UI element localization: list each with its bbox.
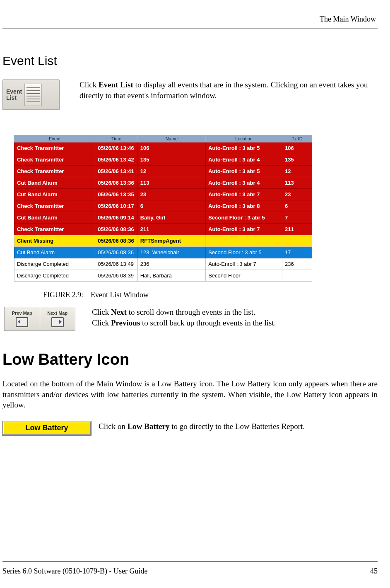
next-map-label: Next Map: [47, 311, 67, 316]
table-cell: Cut Band Alarm: [14, 177, 95, 189]
table-row[interactable]: Check Transmitter05/26/06 10:176Auto-Enr…: [14, 200, 312, 212]
event-list-heading: Event List: [2, 54, 378, 68]
table-cell: 05/26/06 13:42: [95, 154, 138, 166]
table-cell: 05/26/06 08:36: [95, 235, 138, 247]
table-header-cell: Event: [14, 135, 95, 142]
table-cell: Auto-Enroll : 3 abr 5: [206, 166, 282, 177]
table-cell: 135: [137, 154, 205, 166]
event-list-button[interactable]: EventList: [2, 80, 60, 110]
table-cell: Cut Band Alarm: [14, 189, 95, 200]
table-cell: Hall, Barbara: [137, 270, 205, 282]
table-cell: 05/26/06 08:36: [95, 224, 138, 235]
table-header-row: EventTimeNameLocationTx ID: [14, 135, 312, 142]
table-cell: 05/26/06 13:35: [95, 189, 138, 200]
table-cell: 05/26/06 13:36: [95, 177, 138, 189]
table-cell: Cut Band Alarm: [14, 247, 95, 258]
table-cell: Auto-Enroll : 3 abr 7: [206, 224, 282, 235]
low-battery-paragraph: Located on the bottom of the Main Window…: [2, 378, 378, 410]
prev-map-label: Prev Map: [12, 311, 32, 316]
table-cell: Second Floor : 3 abr 5: [206, 247, 282, 258]
table-cell: Check Transmitter: [14, 166, 95, 177]
table-cell: 7: [282, 212, 312, 224]
table-cell: Discharge Completed: [14, 258, 95, 270]
table-cell: 236: [137, 258, 205, 270]
table-cell: 23: [137, 189, 205, 200]
table-row[interactable]: Check Transmitter05/26/06 13:46106Auto-E…: [14, 142, 312, 154]
table-row[interactable]: Cut Band Alarm05/26/06 08:36123, Wheelch…: [14, 247, 312, 258]
prev-map-button[interactable]: Prev Map: [5, 307, 40, 330]
table-cell: Client Missing: [14, 235, 95, 247]
table-cell: Auto-Enroll : 3 abr 4: [206, 154, 282, 166]
table-cell: 05/26/06 13:41: [95, 166, 138, 177]
table-row[interactable]: Client Missing05/26/06 08:36RFTSnmpAgent: [14, 235, 312, 247]
table-cell: 113: [282, 177, 312, 189]
event-list-button-label: EventList: [6, 89, 22, 101]
table-header-cell: Tx ID: [282, 135, 312, 142]
table-cell: 12: [282, 166, 312, 177]
table-cell: Auto-Enroll : 3 abr 4: [206, 177, 282, 189]
table-cell: Discharge Completed: [14, 270, 95, 282]
table-cell: Auto-Enroll : 3 abr 7: [206, 189, 282, 200]
prev-next-map-buttons: Prev Map Next Map: [4, 307, 75, 331]
table-cell: 236: [282, 258, 312, 270]
low-battery-button[interactable]: Low Battery: [2, 421, 91, 435]
table-row[interactable]: Check Transmitter05/26/06 13:42135Auto-E…: [14, 154, 312, 166]
table-row[interactable]: Cut Band Alarm05/26/06 13:36113Auto-Enro…: [14, 177, 312, 189]
table-cell: RFTSnmpAgent: [137, 235, 205, 247]
table-cell: Auto-Enroll : 3 abr 5: [206, 142, 282, 154]
event-list-intro-text: Click Event List to display all events t…: [63, 80, 378, 101]
table-cell: 211: [282, 224, 312, 235]
table-row[interactable]: Check Transmitter05/26/06 08:36211Auto-E…: [14, 224, 312, 235]
table-cell: 05/26/06 13:46: [95, 142, 138, 154]
header-rule: [2, 29, 378, 29]
table-cell: Check Transmitter: [14, 224, 95, 235]
page-footer: Series 6.0 Software (0510-1079-B) - User…: [2, 561, 378, 576]
table-cell: 05/26/06 08:36: [95, 247, 138, 258]
table-row[interactable]: Cut Band Alarm05/26/06 13:3523Auto-Enrol…: [14, 189, 312, 200]
table-cell: 05/26/06 10:17: [95, 200, 138, 212]
table-cell: Cut Band Alarm: [14, 212, 95, 224]
table-cell: Check Transmitter: [14, 200, 95, 212]
table-header-cell: Location: [206, 135, 282, 142]
table-cell: 12: [137, 166, 205, 177]
footer-rule: [2, 561, 378, 562]
table-cell: 6: [137, 200, 205, 212]
table-cell: Auto-Enroll : 3 abr 7: [206, 258, 282, 270]
table-cell: 211: [137, 224, 205, 235]
figure-caption: FIGURE 2.9:Event List Window: [43, 291, 378, 299]
table-cell: 106: [137, 142, 205, 154]
table-cell: [206, 235, 282, 247]
table-cell: Second Floor : 3 abr 5: [206, 212, 282, 224]
table-cell: [282, 235, 312, 247]
table-cell: 6: [282, 200, 312, 212]
table-header-cell: Name: [137, 135, 205, 142]
table-cell: 05/26/06 08:39: [95, 270, 138, 282]
table-cell: Check Transmitter: [14, 142, 95, 154]
prev-map-icon: [16, 317, 28, 327]
table-row[interactable]: Discharge Completed05/26/06 08:39Hall, B…: [14, 270, 312, 282]
list-icon: [24, 84, 42, 106]
running-header: The Main Window: [2, 15, 378, 24]
low-battery-button-label: Low Battery: [25, 424, 68, 432]
next-map-button[interactable]: Next Map: [40, 307, 75, 330]
footer-left: Series 6.0 Software (0510-1079-B) - User…: [2, 567, 147, 576]
table-cell: 05/26/06 13:49: [95, 258, 138, 270]
page-number: 45: [370, 567, 378, 576]
table-row[interactable]: Check Transmitter05/26/06 13:4112Auto-En…: [14, 166, 312, 177]
table-cell: 113: [137, 177, 205, 189]
table-row[interactable]: Discharge Completed05/26/06 13:49236Auto…: [14, 258, 312, 270]
table-cell: Baby, Girl: [137, 212, 205, 224]
table-header-cell: Time: [95, 135, 138, 142]
table-cell: 106: [282, 142, 312, 154]
table-row[interactable]: Cut Band Alarm05/26/06 09:14Baby, GirlSe…: [14, 212, 312, 224]
table-cell: 135: [282, 154, 312, 166]
table-cell: 23: [282, 189, 312, 200]
nav-instructions: Click Next to scroll down through events…: [79, 307, 276, 328]
event-list-table: EventTimeNameLocationTx ID Check Transmi…: [14, 135, 312, 282]
table-cell: Check Transmitter: [14, 154, 95, 166]
table-cell: [282, 270, 312, 282]
table-cell: 17: [282, 247, 312, 258]
table-cell: Second Floor: [206, 270, 282, 282]
low-battery-heading: Low Battery Icon: [2, 351, 378, 369]
table-cell: 123, Wheelchair: [137, 247, 205, 258]
